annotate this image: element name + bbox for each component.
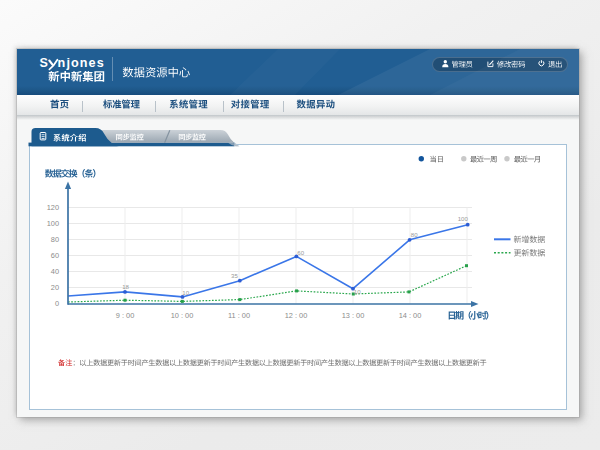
- svg-text:13 : 00: 13 : 00: [342, 311, 365, 320]
- svg-text:9 : 00: 9 : 00: [116, 311, 135, 320]
- svg-text:40: 40: [51, 267, 59, 276]
- svg-text:100: 100: [47, 219, 59, 228]
- svg-text:njones: njones: [58, 56, 105, 70]
- svg-text:14 : 00: 14 : 00: [399, 311, 422, 320]
- svg-text:12 : 00: 12 : 00: [285, 311, 308, 320]
- svg-text:80: 80: [51, 235, 59, 244]
- svg-text:80: 80: [411, 231, 418, 238]
- svg-text:120: 120: [47, 203, 59, 212]
- svg-text:10 : 00: 10 : 00: [171, 311, 194, 320]
- svg-text:60: 60: [51, 251, 59, 260]
- svg-text:S: S: [39, 56, 47, 70]
- svg-text:10: 10: [182, 289, 189, 296]
- svg-text:60: 60: [297, 249, 304, 256]
- svg-text:20: 20: [51, 283, 59, 292]
- svg-text:18: 18: [122, 283, 129, 290]
- svg-text:11 : 00: 11 : 00: [228, 311, 250, 320]
- svg-text:100: 100: [458, 215, 469, 222]
- svg-text:0: 0: [55, 299, 59, 308]
- svg-text:35: 35: [231, 272, 238, 279]
- svg-text:10: 10: [354, 288, 361, 295]
